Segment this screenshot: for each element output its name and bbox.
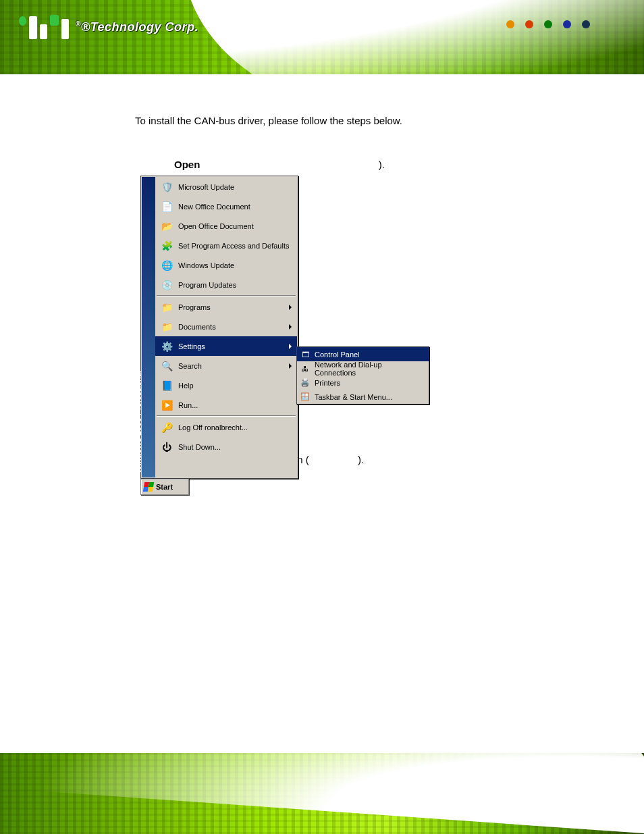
start-menu-item-windows-update[interactable]: 🌐Windows Update — [155, 255, 297, 275]
taskbar-icon: 🪟 — [300, 392, 311, 402]
menu-item-label: Documents — [178, 323, 289, 331]
start-menu-item-run[interactable]: ▶️Run... — [155, 395, 297, 415]
start-menu-side-strip: Windows 2000 Professional — [142, 177, 155, 477]
start-menu-item-documents[interactable]: 📁Documents — [155, 317, 297, 336]
start-menu-item-settings[interactable]: ⚙️Settings — [155, 336, 297, 356]
banner-sweep — [184, 0, 644, 74]
start-menu-item-set-program-access-and-defaults[interactable]: 🧩Set Program Access and Defaults — [155, 236, 297, 255]
menu-item-label: Settings — [178, 342, 289, 350]
submenu-item-label: Network and Dial-up Connections — [315, 361, 425, 377]
brand-logo — [19, 15, 69, 39]
submenu-arrow-icon — [289, 305, 292, 310]
step-1-line: Open ). — [174, 159, 583, 170]
run-icon: ▶️ — [159, 398, 174, 413]
brand: ®®Technology Corp. — [19, 15, 198, 39]
side-strip-label: Windows 2000 Professional — [134, 371, 143, 473]
menu-item-label: Windows Update — [178, 261, 297, 269]
start-menu-panel: Windows 2000 Professional 🛡️Microsoft Up… — [140, 176, 298, 479]
menu-item-label: Programs — [178, 303, 289, 311]
brand-text: ®®Technology Corp. — [76, 20, 198, 34]
start-menu-item-new-office-document[interactable]: 📄New Office Document — [155, 197, 297, 216]
open-doc-icon: 📂 — [159, 219, 174, 234]
menu-item-label: Shut Down... — [178, 443, 297, 451]
menu-item-label: Help — [178, 382, 297, 390]
documents-icon: 📁 — [159, 319, 174, 334]
submenu-item-label: Control Panel — [315, 350, 360, 359]
step-1-suffix: ). — [379, 159, 385, 170]
printers-icon: 🖨️ — [300, 377, 311, 388]
update-shield-icon: 🛡️ — [159, 180, 174, 194]
start-menu-item-shut-down[interactable]: ⏻Shut Down... — [155, 437, 297, 457]
submenu-item-taskbar-start-menu[interactable]: 🪟Taskbar & Start Menu... — [297, 390, 429, 404]
submenu-item-printers[interactable]: 🖨️Printers — [297, 375, 429, 390]
search-icon: 🔍 — [159, 359, 174, 373]
menu-item-label: New Office Document — [178, 203, 297, 211]
menu-item-label: Set Program Access and Defaults — [178, 242, 297, 250]
menu-item-label: Microsoft Update — [178, 183, 297, 191]
menu-item-label: Search — [178, 362, 289, 370]
submenu-arrow-icon — [289, 324, 292, 330]
start-menu-item-programs[interactable]: 📁Programs — [155, 297, 297, 317]
start-menu-screenshot: Windows 2000 Professional 🛡️Microsoft Up… — [140, 176, 437, 493]
submenu-arrow-icon — [289, 363, 292, 369]
submenu-item-network-and-dial-up-connections[interactable]: 🖧Network and Dial-up Connections — [297, 361, 429, 375]
globe-update-icon: 🌐 — [159, 258, 174, 273]
start-menu-item-open-office-document[interactable]: 📂Open Office Document — [155, 216, 297, 236]
menu-separator — [157, 295, 296, 296]
start-menu-list: 🛡️Microsoft Update📄New Office Document📂O… — [155, 177, 297, 477]
banner-dots — [506, 20, 590, 28]
bottom-sweep — [0, 753, 644, 834]
logoff-icon: 🔑 — [159, 420, 174, 435]
menu-item-label: Open Office Document — [178, 222, 297, 230]
start-menu-item-log-off-ronalbrecht[interactable]: 🔑Log Off ronalbrecht... — [155, 417, 297, 437]
menu-item-label: Run... — [178, 401, 297, 409]
taskbar-start-button[interactable]: Start — [140, 479, 189, 495]
bottom-banner — [0, 753, 644, 834]
new-doc-icon: 📄 — [159, 199, 174, 214]
shutdown-icon: ⏻ — [159, 440, 174, 454]
intro-text: To install the CAN-bus driver, please fo… — [135, 115, 583, 126]
network-icon: 🖧 — [300, 363, 311, 374]
step-1-prefix: Open — [174, 159, 200, 170]
submenu-arrow-icon — [289, 344, 292, 349]
top-banner: ®®Technology Corp. — [0, 0, 644, 74]
programs-icon: 📁 — [159, 300, 174, 315]
help-icon: 📘 — [159, 378, 174, 393]
program-access-icon: 🧩 — [159, 238, 174, 253]
windows-flag-icon — [143, 482, 154, 492]
submenu-item-control-panel[interactable]: 🗔Control Panel — [297, 347, 429, 361]
settings-icon: ⚙️ — [159, 339, 174, 354]
start-menu-item-search[interactable]: 🔍Search — [155, 356, 297, 375]
page-body: To install the CAN-bus driver, please fo… — [0, 74, 644, 170]
settings-submenu: 🗔Control Panel🖧Network and Dial-up Conne… — [296, 346, 429, 405]
submenu-item-label: Taskbar & Start Menu... — [315, 393, 392, 401]
submenu-item-label: Printers — [315, 379, 340, 387]
start-menu-item-microsoft-update[interactable]: 🛡️Microsoft Update — [155, 177, 297, 197]
start-menu-item-help[interactable]: 📘Help — [155, 375, 297, 395]
start-menu-item-program-updates[interactable]: 💿Program Updates — [155, 275, 297, 294]
menu-item-label: Log Off ronalbrecht... — [178, 423, 297, 432]
control-panel-icon: 🗔 — [300, 349, 311, 360]
menu-separator — [157, 415, 296, 417]
start-button-label: Start — [156, 483, 173, 491]
menu-item-label: Program Updates — [178, 281, 297, 289]
program-updates-icon: 💿 — [159, 278, 174, 292]
